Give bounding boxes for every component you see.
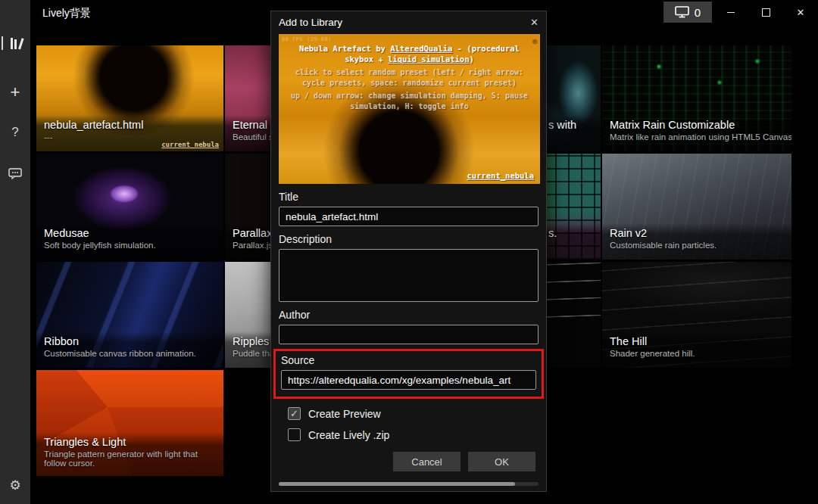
display-selector-button[interactable]: 0 xyxy=(663,2,712,23)
source-label: Source xyxy=(281,354,536,366)
tile-subtitle: Triangle pattern generator with light th… xyxy=(44,450,216,468)
link-alteredqualia: AlteredQualia xyxy=(390,44,452,53)
tile-watermark: current_nebula xyxy=(161,141,219,148)
tile-title: Medusae xyxy=(44,227,216,239)
maximize-button[interactable] xyxy=(748,0,783,24)
preview-heading: Nebula Artefact by AlteredQualia - (proc… xyxy=(283,43,535,64)
tile-label: Medusae Soft body jellyfish simulation. xyxy=(36,223,223,260)
create-zip-label: Create Lively .zip xyxy=(308,429,389,441)
create-preview-row[interactable]: ✓ Create Preview xyxy=(288,407,539,420)
tile-subtitle: Customisable canvas ribbon animation. xyxy=(44,349,216,358)
minimize-button[interactable] xyxy=(713,0,748,24)
snowflake-icon: ❅ xyxy=(532,36,538,47)
create-zip-checkbox[interactable] xyxy=(288,428,301,441)
dialog-buttons: Cancel OK xyxy=(279,452,535,471)
ok-button[interactable]: OK xyxy=(468,452,535,471)
sidebar-item-help[interactable]: ? xyxy=(0,120,30,145)
monitor-icon xyxy=(675,6,689,18)
tile-title: The Hill xyxy=(610,335,784,347)
preview-watermark: current_nebula xyxy=(467,171,534,180)
sidebar-item-feedback[interactable] xyxy=(0,160,30,186)
source-highlight-box: Source xyxy=(273,349,544,399)
dialog-close-icon[interactable]: ✕ xyxy=(530,17,539,28)
create-preview-label: Create Preview xyxy=(308,408,381,420)
wallpaper-tile-triangles[interactable]: Triangles & Light Triangle pattern gener… xyxy=(36,370,223,476)
close-icon: ✕ xyxy=(797,7,805,18)
dialog-header: Add to Library ✕ xyxy=(271,11,546,33)
link-liquid-simulation: liquid simulation xyxy=(388,54,469,64)
cancel-button[interactable]: Cancel xyxy=(393,452,461,471)
tile-subtitle: Customisable rain particles. xyxy=(610,241,784,250)
add-to-library-dialog: Add to Library ✕ 60 FPS (29-60) ❅ Nebula… xyxy=(270,11,547,492)
description-input[interactable] xyxy=(279,249,539,302)
wallpaper-tile-rain[interactable]: Rain v2 Customisable rain particles. xyxy=(602,154,791,260)
sidebar-item-settings[interactable]: ⚙ xyxy=(0,472,30,498)
title-label: Title xyxy=(279,191,539,203)
tile-label: Ribbon Customisable canvas ribbon animat… xyxy=(36,331,223,368)
plus-icon: + xyxy=(11,84,20,101)
sidebar-item-add-wallpaper[interactable]: + xyxy=(0,79,30,105)
wallpaper-tile-medusae[interactable]: Medusae Soft body jellyfish simulation. xyxy=(36,154,223,260)
check-icon: ✓ xyxy=(290,408,298,419)
app-title: Lively背景 xyxy=(42,7,91,20)
wallpaper-tile-ribbon[interactable]: Ribbon Customisable canvas ribbon animat… xyxy=(36,262,223,368)
dialog-title: Add to Library xyxy=(279,17,342,28)
tile-subtitle: Shader generated hill. xyxy=(610,349,784,358)
tile-title: Ribbon xyxy=(44,335,216,347)
tile-label: Matrix Rain Customizable Matrix like rai… xyxy=(602,115,791,151)
maximize-icon xyxy=(762,8,770,17)
gear-icon: ⚙ xyxy=(9,478,20,493)
tile-label: Triangles & Light Triangle pattern gener… xyxy=(36,432,223,476)
author-label: Author xyxy=(279,309,539,321)
wallpaper-tile-hill[interactable]: The Hill Shader generated hill. xyxy=(602,262,791,368)
tile-subtitle: Soft body jellyfish simulation. xyxy=(44,241,216,250)
tile-title: Matrix Rain Customizable xyxy=(610,119,784,131)
tile-subtitle: Matrix like rain animation using HTML5 C… xyxy=(610,132,784,142)
preview-instructions-1: click to select random preset (left / ri… xyxy=(282,67,537,89)
tile-label: Rain v2 Customisable rain particles. xyxy=(602,223,791,260)
sidebar: + ? ⚙ xyxy=(0,0,30,504)
library-icon xyxy=(11,38,20,49)
tile-title: Triangles & Light xyxy=(44,436,216,448)
preview-instructions-2: up / down arrow: change simulation dampi… xyxy=(282,91,537,112)
create-preview-checkbox[interactable]: ✓ xyxy=(288,407,301,420)
tile-label: The Hill Shader generated hill. xyxy=(602,331,791,368)
scrollbar-thumb[interactable] xyxy=(279,482,515,486)
display-count: 0 xyxy=(695,6,701,19)
wallpaper-tile-nebula[interactable]: nebula_artefact.html --- current_nebula xyxy=(36,45,223,151)
create-zip-row[interactable]: Create Lively .zip xyxy=(288,428,539,441)
close-button[interactable]: ✕ xyxy=(783,0,818,24)
wallpaper-preview: 60 FPS (29-60) ❅ Nebula Artefact by Alte… xyxy=(279,34,540,184)
minimize-icon xyxy=(727,12,735,13)
feedback-icon xyxy=(8,168,22,179)
tile-title: nebula_artefact.html xyxy=(44,119,216,131)
title-input[interactable] xyxy=(279,207,539,226)
tile-title: Rain v2 xyxy=(610,227,784,239)
sidebar-item-library[interactable] xyxy=(0,30,30,56)
source-input[interactable] xyxy=(281,370,536,390)
dialog-horizontal-scrollbar[interactable] xyxy=(279,482,539,486)
dialog-body: 60 FPS (29-60) ❅ Nebula Artefact by Alte… xyxy=(271,33,546,471)
help-icon: ? xyxy=(11,125,18,140)
description-label: Description xyxy=(279,233,539,245)
author-input[interactable] xyxy=(279,325,539,344)
wallpaper-tile-matrix[interactable]: Matrix Rain Customizable Matrix like rai… xyxy=(602,45,791,151)
fps-counter: 60 FPS (29-60) xyxy=(282,36,332,42)
